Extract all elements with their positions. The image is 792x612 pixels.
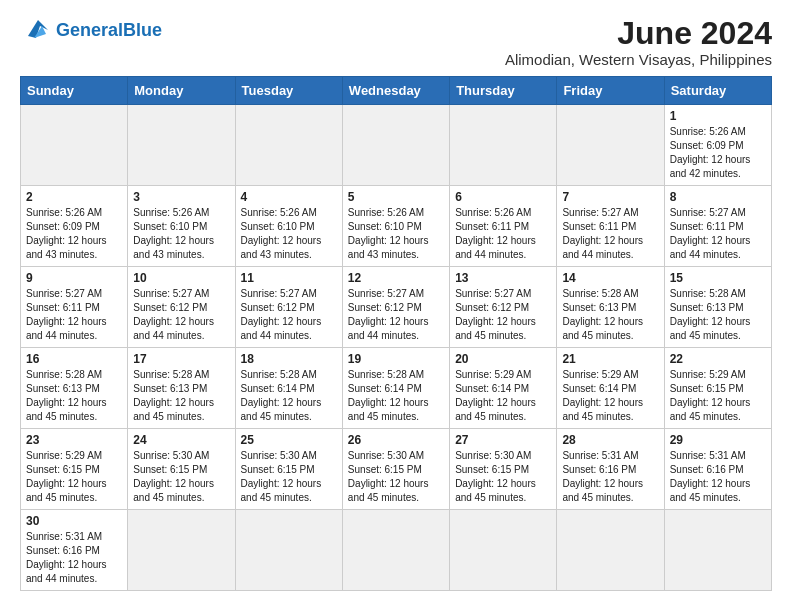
header-thursday: Thursday bbox=[450, 77, 557, 105]
day-info: Sunrise: 5:27 AM Sunset: 6:11 PM Dayligh… bbox=[670, 206, 766, 262]
day-info: Sunrise: 5:28 AM Sunset: 6:13 PM Dayligh… bbox=[133, 368, 229, 424]
day-number: 27 bbox=[455, 433, 551, 447]
calendar-cell: 23Sunrise: 5:29 AM Sunset: 6:15 PM Dayli… bbox=[21, 429, 128, 510]
calendar-cell bbox=[128, 510, 235, 591]
calendar-cell: 12Sunrise: 5:27 AM Sunset: 6:12 PM Dayli… bbox=[342, 267, 449, 348]
day-number: 25 bbox=[241, 433, 337, 447]
day-info: Sunrise: 5:27 AM Sunset: 6:12 PM Dayligh… bbox=[133, 287, 229, 343]
calendar-table: Sunday Monday Tuesday Wednesday Thursday… bbox=[20, 76, 772, 591]
calendar-cell bbox=[235, 105, 342, 186]
calendar-cell: 8Sunrise: 5:27 AM Sunset: 6:11 PM Daylig… bbox=[664, 186, 771, 267]
day-info: Sunrise: 5:28 AM Sunset: 6:13 PM Dayligh… bbox=[562, 287, 658, 343]
calendar-row: 30Sunrise: 5:31 AM Sunset: 6:16 PM Dayli… bbox=[21, 510, 772, 591]
calendar-row: 16Sunrise: 5:28 AM Sunset: 6:13 PM Dayli… bbox=[21, 348, 772, 429]
day-info: Sunrise: 5:26 AM Sunset: 6:10 PM Dayligh… bbox=[348, 206, 444, 262]
day-info: Sunrise: 5:28 AM Sunset: 6:14 PM Dayligh… bbox=[241, 368, 337, 424]
logo: GeneralBlue bbox=[20, 16, 162, 44]
calendar-cell: 7Sunrise: 5:27 AM Sunset: 6:11 PM Daylig… bbox=[557, 186, 664, 267]
month-title: June 2024 bbox=[505, 16, 772, 51]
day-number: 22 bbox=[670, 352, 766, 366]
location-subtitle: Alimodian, Western Visayas, Philippines bbox=[505, 51, 772, 68]
calendar-cell: 14Sunrise: 5:28 AM Sunset: 6:13 PM Dayli… bbox=[557, 267, 664, 348]
day-number: 7 bbox=[562, 190, 658, 204]
weekday-header-row: Sunday Monday Tuesday Wednesday Thursday… bbox=[21, 77, 772, 105]
day-number: 14 bbox=[562, 271, 658, 285]
title-block: June 2024 Alimodian, Western Visayas, Ph… bbox=[505, 16, 772, 68]
day-number: 3 bbox=[133, 190, 229, 204]
calendar-cell bbox=[664, 510, 771, 591]
calendar-cell: 20Sunrise: 5:29 AM Sunset: 6:14 PM Dayli… bbox=[450, 348, 557, 429]
calendar-cell bbox=[21, 105, 128, 186]
day-number: 26 bbox=[348, 433, 444, 447]
calendar-cell: 27Sunrise: 5:30 AM Sunset: 6:15 PM Dayli… bbox=[450, 429, 557, 510]
day-number: 30 bbox=[26, 514, 122, 528]
day-number: 6 bbox=[455, 190, 551, 204]
day-info: Sunrise: 5:30 AM Sunset: 6:15 PM Dayligh… bbox=[348, 449, 444, 505]
calendar-row: 23Sunrise: 5:29 AM Sunset: 6:15 PM Dayli… bbox=[21, 429, 772, 510]
day-number: 29 bbox=[670, 433, 766, 447]
header-sunday: Sunday bbox=[21, 77, 128, 105]
header-friday: Friday bbox=[557, 77, 664, 105]
day-number: 20 bbox=[455, 352, 551, 366]
logo-text: GeneralBlue bbox=[56, 21, 162, 39]
day-info: Sunrise: 5:29 AM Sunset: 6:14 PM Dayligh… bbox=[562, 368, 658, 424]
calendar-cell: 11Sunrise: 5:27 AM Sunset: 6:12 PM Dayli… bbox=[235, 267, 342, 348]
day-info: Sunrise: 5:27 AM Sunset: 6:11 PM Dayligh… bbox=[26, 287, 122, 343]
day-info: Sunrise: 5:30 AM Sunset: 6:15 PM Dayligh… bbox=[241, 449, 337, 505]
header-monday: Monday bbox=[128, 77, 235, 105]
day-info: Sunrise: 5:31 AM Sunset: 6:16 PM Dayligh… bbox=[562, 449, 658, 505]
header-tuesday: Tuesday bbox=[235, 77, 342, 105]
day-info: Sunrise: 5:29 AM Sunset: 6:15 PM Dayligh… bbox=[670, 368, 766, 424]
calendar-cell bbox=[342, 105, 449, 186]
day-number: 13 bbox=[455, 271, 551, 285]
calendar-cell bbox=[342, 510, 449, 591]
day-number: 5 bbox=[348, 190, 444, 204]
day-info: Sunrise: 5:27 AM Sunset: 6:12 PM Dayligh… bbox=[241, 287, 337, 343]
header-saturday: Saturday bbox=[664, 77, 771, 105]
calendar-cell: 28Sunrise: 5:31 AM Sunset: 6:16 PM Dayli… bbox=[557, 429, 664, 510]
day-info: Sunrise: 5:27 AM Sunset: 6:12 PM Dayligh… bbox=[455, 287, 551, 343]
calendar-cell: 10Sunrise: 5:27 AM Sunset: 6:12 PM Dayli… bbox=[128, 267, 235, 348]
page-header: GeneralBlue June 2024 Alimodian, Western… bbox=[20, 16, 772, 68]
calendar-row: 1Sunrise: 5:26 AM Sunset: 6:09 PM Daylig… bbox=[21, 105, 772, 186]
day-info: Sunrise: 5:29 AM Sunset: 6:14 PM Dayligh… bbox=[455, 368, 551, 424]
logo-general: General bbox=[56, 20, 123, 40]
day-info: Sunrise: 5:27 AM Sunset: 6:11 PM Dayligh… bbox=[562, 206, 658, 262]
calendar-cell: 5Sunrise: 5:26 AM Sunset: 6:10 PM Daylig… bbox=[342, 186, 449, 267]
calendar-cell bbox=[450, 510, 557, 591]
calendar-cell: 15Sunrise: 5:28 AM Sunset: 6:13 PM Dayli… bbox=[664, 267, 771, 348]
day-number: 21 bbox=[562, 352, 658, 366]
calendar-cell: 3Sunrise: 5:26 AM Sunset: 6:10 PM Daylig… bbox=[128, 186, 235, 267]
calendar-cell: 9Sunrise: 5:27 AM Sunset: 6:11 PM Daylig… bbox=[21, 267, 128, 348]
calendar-cell bbox=[450, 105, 557, 186]
day-number: 8 bbox=[670, 190, 766, 204]
calendar-cell: 13Sunrise: 5:27 AM Sunset: 6:12 PM Dayli… bbox=[450, 267, 557, 348]
logo-blue: Blue bbox=[123, 20, 162, 40]
calendar-cell: 18Sunrise: 5:28 AM Sunset: 6:14 PM Dayli… bbox=[235, 348, 342, 429]
day-number: 9 bbox=[26, 271, 122, 285]
calendar-cell: 30Sunrise: 5:31 AM Sunset: 6:16 PM Dayli… bbox=[21, 510, 128, 591]
day-info: Sunrise: 5:26 AM Sunset: 6:09 PM Dayligh… bbox=[26, 206, 122, 262]
day-number: 15 bbox=[670, 271, 766, 285]
day-number: 18 bbox=[241, 352, 337, 366]
calendar-cell: 29Sunrise: 5:31 AM Sunset: 6:16 PM Dayli… bbox=[664, 429, 771, 510]
header-wednesday: Wednesday bbox=[342, 77, 449, 105]
calendar-cell bbox=[128, 105, 235, 186]
calendar-cell bbox=[557, 510, 664, 591]
day-number: 28 bbox=[562, 433, 658, 447]
day-info: Sunrise: 5:26 AM Sunset: 6:09 PM Dayligh… bbox=[670, 125, 766, 181]
calendar-cell: 6Sunrise: 5:26 AM Sunset: 6:11 PM Daylig… bbox=[450, 186, 557, 267]
calendar-cell: 16Sunrise: 5:28 AM Sunset: 6:13 PM Dayli… bbox=[21, 348, 128, 429]
calendar-cell: 26Sunrise: 5:30 AM Sunset: 6:15 PM Dayli… bbox=[342, 429, 449, 510]
calendar-row: 9Sunrise: 5:27 AM Sunset: 6:11 PM Daylig… bbox=[21, 267, 772, 348]
day-info: Sunrise: 5:26 AM Sunset: 6:10 PM Dayligh… bbox=[241, 206, 337, 262]
day-number: 10 bbox=[133, 271, 229, 285]
day-info: Sunrise: 5:28 AM Sunset: 6:14 PM Dayligh… bbox=[348, 368, 444, 424]
calendar-cell: 25Sunrise: 5:30 AM Sunset: 6:15 PM Dayli… bbox=[235, 429, 342, 510]
calendar-row: 2Sunrise: 5:26 AM Sunset: 6:09 PM Daylig… bbox=[21, 186, 772, 267]
calendar-cell: 17Sunrise: 5:28 AM Sunset: 6:13 PM Dayli… bbox=[128, 348, 235, 429]
day-info: Sunrise: 5:30 AM Sunset: 6:15 PM Dayligh… bbox=[455, 449, 551, 505]
calendar-cell: 2Sunrise: 5:26 AM Sunset: 6:09 PM Daylig… bbox=[21, 186, 128, 267]
day-number: 1 bbox=[670, 109, 766, 123]
calendar-cell: 1Sunrise: 5:26 AM Sunset: 6:09 PM Daylig… bbox=[664, 105, 771, 186]
